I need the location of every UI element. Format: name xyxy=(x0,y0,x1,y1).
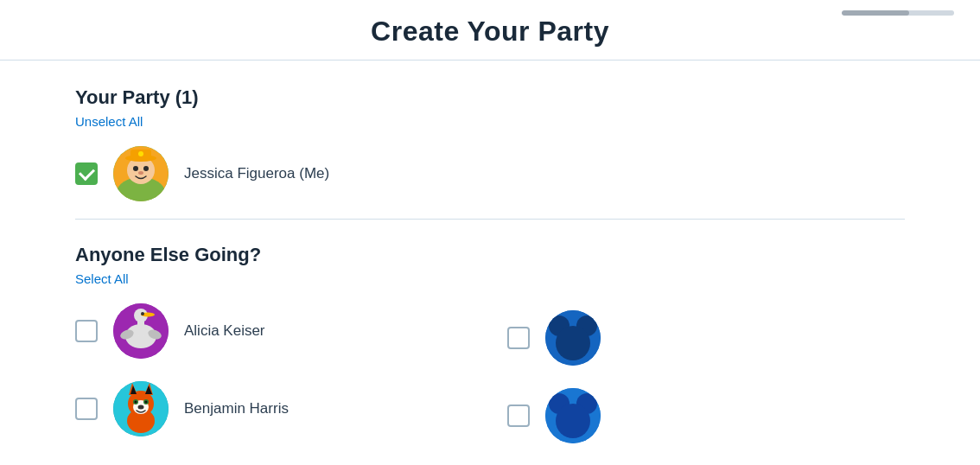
right-member-2-checkbox[interactable] xyxy=(507,404,530,427)
svg-point-37 xyxy=(556,404,590,438)
jessica-name: Jessica Figueroa (Me) xyxy=(184,165,329,182)
right-member-1-avatar xyxy=(545,310,601,366)
anyone-members-grid: Alicia Keiser xyxy=(75,303,905,450)
anyone-else-title: Anyone Else Going? xyxy=(75,244,905,266)
select-all-link[interactable]: Select All xyxy=(75,271,129,286)
section-divider xyxy=(75,219,905,220)
svg-point-5 xyxy=(138,171,143,175)
right-member-2-row xyxy=(507,381,905,450)
svg-point-31 xyxy=(135,401,137,404)
alicia-row: Alicia Keiser xyxy=(75,303,473,359)
alicia-checkbox[interactable] xyxy=(75,320,98,342)
your-party-title: Your Party (1) xyxy=(75,86,905,109)
right-member-2-avatar xyxy=(545,388,601,443)
page-header: Create Your Party xyxy=(0,0,980,61)
scrollbar-hint[interactable] xyxy=(842,10,954,16)
benjamin-avatar xyxy=(113,381,169,436)
right-member-1-checkbox[interactable] xyxy=(507,327,530,349)
scrollbar-thumb xyxy=(842,10,909,16)
jessica-checkbox[interactable] xyxy=(75,162,98,185)
svg-point-3 xyxy=(133,166,138,171)
unselect-all-link[interactable]: Unselect All xyxy=(75,114,143,129)
svg-point-8 xyxy=(138,151,143,156)
your-party-section: Your Party (1) Unselect All xyxy=(75,86,905,201)
alicia-name: Alicia Keiser xyxy=(184,322,265,340)
page-title: Create Your Party xyxy=(0,16,980,48)
party-member-row: Jessica Figueroa (Me) xyxy=(75,146,905,201)
jessica-avatar xyxy=(113,146,169,201)
right-member-1-row xyxy=(507,303,905,373)
benjamin-name: Benjamin Harris xyxy=(184,400,289,417)
svg-point-14 xyxy=(141,312,144,315)
benjamin-row: Benjamin Harris xyxy=(75,381,473,436)
svg-point-32 xyxy=(145,401,148,404)
anyone-else-section: Anyone Else Going? Select All xyxy=(75,244,905,450)
main-content: Your Party (1) Unselect All xyxy=(75,61,905,465)
svg-point-20 xyxy=(556,326,590,360)
alicia-avatar xyxy=(113,303,169,359)
benjamin-checkbox[interactable] xyxy=(75,398,98,420)
svg-point-33 xyxy=(138,405,144,410)
svg-point-4 xyxy=(143,166,149,171)
